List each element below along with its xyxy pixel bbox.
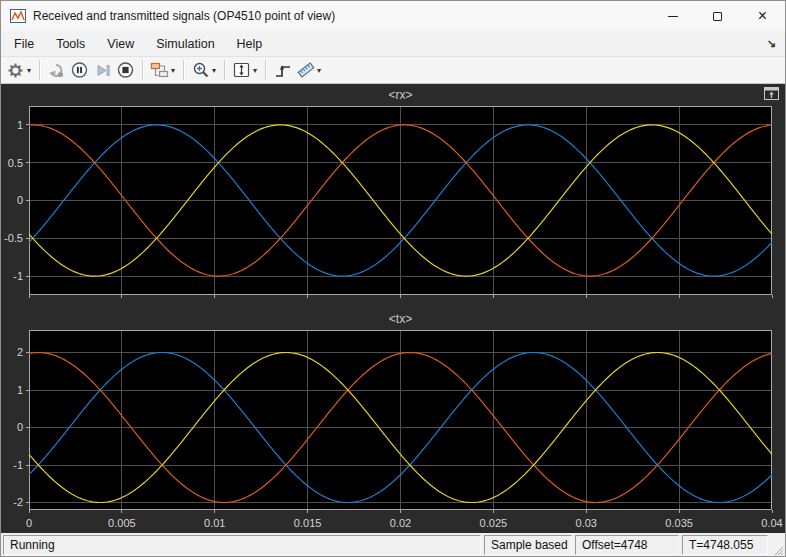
menu-tools[interactable]: Tools <box>45 34 96 54</box>
maximize-icon <box>713 12 722 21</box>
trigger-button[interactable] <box>271 58 294 82</box>
status-bar: Running Sample based Offset=4748 T=4748.… <box>1 533 785 557</box>
maximize-axes-icon[interactable] <box>764 86 779 104</box>
signal-selector-dropdown[interactable]: ▾ <box>171 66 178 75</box>
zoom-in-icon <box>192 61 210 79</box>
pause-icon <box>70 61 89 79</box>
toolbar: ▾ <box>1 57 785 84</box>
stop-icon <box>116 61 135 79</box>
menu-bar: File Tools View Simulation Help ↘ <box>1 31 785 57</box>
simulink-scope-app-icon <box>10 9 26 23</box>
svg-text:0.04: 0.04 <box>761 517 782 529</box>
step-back-icon <box>47 62 66 79</box>
svg-text:2: 2 <box>17 346 23 358</box>
offset-panel: Offset=4748 <box>575 535 679 555</box>
toolbar-separator <box>265 60 266 80</box>
measurements-button[interactable] <box>294 58 317 82</box>
window-title: Received and transmitted signals (OP4510… <box>33 9 650 23</box>
ruler-icon <box>296 61 316 79</box>
svg-text:0: 0 <box>26 517 32 529</box>
close-button[interactable]: × <box>740 1 785 31</box>
pause-button[interactable] <box>68 58 91 82</box>
scope-window: Received and transmitted signals (OP4510… <box>0 0 786 557</box>
svg-text:0.01: 0.01 <box>204 517 225 529</box>
zoom-button[interactable] <box>189 58 212 82</box>
resize-grip-icon <box>773 545 783 555</box>
toolbar-separator <box>39 60 40 80</box>
time-text: T=4748.055 <box>689 538 753 552</box>
toolbar-separator <box>224 60 225 80</box>
svg-text:0.5: 0.5 <box>8 157 23 169</box>
svg-text:-0.5: -0.5 <box>4 232 23 244</box>
svg-text:0.015: 0.015 <box>294 517 322 529</box>
step-back-button[interactable] <box>45 58 68 82</box>
resize-grip[interactable] <box>771 535 783 555</box>
maximize-button[interactable] <box>695 1 740 31</box>
settings-dropdown[interactable]: ▾ <box>27 66 34 75</box>
toolbar-separator <box>183 60 184 80</box>
gear-icon <box>7 62 24 79</box>
sample-mode-text: Sample based <box>491 538 568 552</box>
minimize-button[interactable] <box>650 1 695 31</box>
svg-text:-1: -1 <box>13 459 23 471</box>
step-forward-button[interactable] <box>91 58 114 82</box>
close-icon: × <box>758 8 767 24</box>
minimize-icon <box>668 16 678 17</box>
svg-text:0.02: 0.02 <box>390 517 411 529</box>
simulation-status: Running <box>3 535 481 555</box>
fit-to-view-button[interactable] <box>230 58 253 82</box>
scope-display[interactable]: <rx>10.50-0.5-1<tx>210-1-200.0050.010.01… <box>1 84 785 533</box>
plot-0: <rx>10.50-0.5-1 <box>4 88 772 298</box>
svg-text:0.005: 0.005 <box>108 517 136 529</box>
svg-text:1: 1 <box>17 384 23 396</box>
time-panel: T=4748.055 <box>682 535 768 555</box>
svg-text:0: 0 <box>17 194 23 206</box>
dock-scope-icon[interactable]: ↘ <box>758 37 785 50</box>
stop-button[interactable] <box>114 58 137 82</box>
simulation-status-text: Running <box>10 538 55 552</box>
zoom-dropdown[interactable]: ▾ <box>212 66 219 75</box>
measurements-dropdown[interactable]: ▾ <box>317 66 324 75</box>
plot-1: <tx>210-1-200.0050.010.0150.020.0250.030… <box>13 312 782 529</box>
title-bar[interactable]: Received and transmitted signals (OP4510… <box>1 1 785 31</box>
menu-view[interactable]: View <box>96 34 145 54</box>
fit-to-view-icon <box>232 61 251 79</box>
settings-button[interactable] <box>4 58 27 82</box>
scope-svg: <rx>10.50-0.5-1<tx>210-1-200.0050.010.01… <box>1 84 785 533</box>
svg-text:-1: -1 <box>13 270 23 282</box>
fit-to-view-dropdown[interactable]: ▾ <box>253 66 260 75</box>
menu-simulation[interactable]: Simulation <box>145 34 225 54</box>
offset-text: Offset=4748 <box>582 538 648 552</box>
toolbar-separator <box>142 60 143 80</box>
menu-file[interactable]: File <box>3 34 45 54</box>
svg-text:<tx>: <tx> <box>389 312 412 326</box>
svg-text:0: 0 <box>17 421 23 433</box>
svg-text:1: 1 <box>17 119 23 131</box>
trigger-icon <box>274 62 292 79</box>
signal-selector-icon <box>150 61 169 79</box>
step-forward-icon <box>94 62 112 79</box>
svg-text:-2: -2 <box>13 496 23 508</box>
sample-mode-panel: Sample based <box>484 535 572 555</box>
signal-selector-button[interactable] <box>148 58 171 82</box>
svg-text:<rx>: <rx> <box>388 88 412 102</box>
svg-text:0.03: 0.03 <box>576 517 597 529</box>
svg-text:0.035: 0.035 <box>665 517 693 529</box>
svg-text:0.025: 0.025 <box>480 517 508 529</box>
menu-help[interactable]: Help <box>226 34 274 54</box>
